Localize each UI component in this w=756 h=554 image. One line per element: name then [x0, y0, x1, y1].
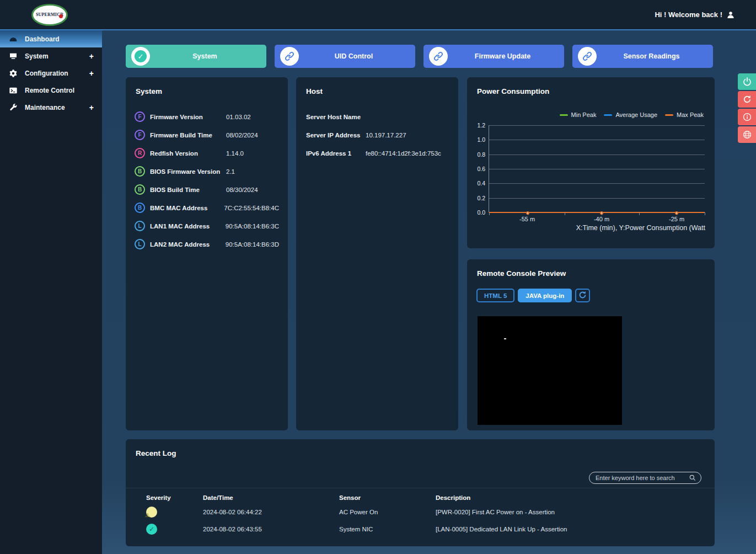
host-info-row: Server IP Address10.197.17.227	[296, 126, 458, 144]
system-info-label: LAN2 MAC Address	[150, 241, 226, 248]
system-info-label: Firmware Version	[150, 114, 226, 120]
sidebar-item-configuration[interactable]: Configuration+	[0, 65, 102, 82]
system-info-row: LLAN2 MAC Address90:5A:08:14:B6:3D	[126, 235, 288, 253]
log-severity-cell: ⚠	[146, 507, 203, 518]
system-info-value: 1.14.0	[226, 150, 244, 157]
chart-data-point	[600, 211, 603, 215]
system-info-label: BIOS Firmware Version	[150, 168, 226, 175]
chart-x-tick-label: -55 m	[519, 216, 535, 222]
system-info-label: Firmware Build Time	[150, 132, 226, 138]
logo-red-dot	[59, 14, 63, 18]
monitor-icon	[8, 51, 18, 61]
ok-icon: ✓	[146, 524, 157, 535]
refresh-button[interactable]	[738, 91, 756, 108]
chart-data-point	[675, 211, 678, 215]
legend-color-swatch	[665, 114, 673, 116]
log-table: SeverityDate/TimeSensorDescription ⚠2024…	[146, 492, 704, 537]
power-consumption-panel: Power Consumption Min PeakAverage UsageM…	[467, 77, 715, 248]
chart-y-tick-label: 0.4	[477, 180, 485, 187]
console-panel-title: Remote Console Preview	[467, 259, 715, 278]
power-chart-plot: 1.21.00.80.60.40.20.0	[489, 125, 705, 212]
top-header: SUPERMICR Hi ! Welcome back !	[0, 0, 756, 30]
log-datetime-cell: 2024-08-02 06:43:55	[203, 526, 339, 532]
link-icon	[578, 47, 597, 66]
check-icon: ✓	[135, 50, 147, 62]
quick-button-uid-control[interactable]: UID Control	[275, 45, 415, 68]
sidebar-item-system[interactable]: System+	[0, 47, 102, 65]
chart-y-tick-label: 0.6	[477, 166, 485, 172]
system-info-value: 08/02/2024	[226, 132, 258, 138]
chart-y-tick-label: 0.8	[477, 151, 485, 158]
log-search-input[interactable]	[589, 475, 689, 481]
info-icon	[742, 112, 752, 122]
refresh-icon	[578, 290, 587, 301]
host-panel-title: Host	[296, 77, 458, 95]
system-info-label: BIOS Build Time	[150, 187, 226, 193]
chart-data-point	[526, 211, 529, 215]
system-info-value: 08/30/2024	[226, 187, 258, 193]
quick-button-firmware-update[interactable]: Firmware Update	[423, 45, 564, 68]
log-sensor-cell: System NIC	[339, 526, 436, 532]
system-info-value: 7C:C2:55:54:B8:4C	[224, 205, 279, 211]
quick-actions-row: ✓SystemUID ControlFirmware UpdateSensor …	[126, 45, 713, 68]
check-circle-icon: ✓	[131, 47, 150, 66]
legend-color-swatch	[560, 114, 568, 116]
host-info-label: IPv6 Address 1	[306, 150, 366, 157]
link-icon	[429, 47, 448, 66]
chart-gridline	[489, 140, 705, 140]
expand-plus-icon[interactable]: +	[89, 69, 94, 78]
quick-button-sensor-readings[interactable]: Sensor Readings	[572, 45, 713, 68]
system-panel: System FFirmware Version01.03.02FFirmwar…	[126, 77, 288, 430]
sidebar-item-maintenance[interactable]: Maintenance+	[0, 99, 102, 116]
html5-button[interactable]: HTML 5	[476, 289, 514, 302]
system-info-value: 90:5A:08:14:B6:3C	[226, 223, 279, 230]
chart-y-tick-label: 0.0	[477, 209, 485, 216]
quick-button-label: Firmware Update	[448, 52, 557, 60]
log-divider	[126, 488, 715, 488]
log-description-cell: [PWR-0020] First AC Power on - Assertion	[436, 509, 704, 515]
expand-plus-icon[interactable]: +	[89, 52, 94, 61]
quick-button-system[interactable]: ✓System	[126, 45, 266, 68]
system-info-label: LAN1 MAC Address	[150, 223, 226, 230]
legend-item-min-peak: Min Peak	[560, 111, 597, 118]
badge-r: R	[135, 148, 145, 158]
legend-label: Max Peak	[677, 111, 704, 118]
power-button[interactable]	[738, 73, 756, 90]
legend-item-max-peak: Max Peak	[665, 111, 704, 118]
supermicro-logo: SUPERMICR	[31, 4, 68, 26]
log-description-cell: [LAN-0005] Dedicated LAN Link Up - Asser…	[436, 526, 704, 532]
power-panel-title: Power Consumption	[467, 77, 715, 95]
quick-button-label: System	[150, 52, 260, 60]
recent-log-panel: Recent Log SeverityDate/TimeSensorDescri…	[126, 439, 715, 546]
info-button[interactable]	[738, 109, 756, 125]
search-icon[interactable]	[689, 474, 696, 482]
system-info-value: 90:5A:08:14:B6:3D	[226, 241, 279, 248]
globe-button[interactable]	[738, 126, 756, 143]
gauge-icon	[8, 34, 18, 44]
log-datetime-cell: 2024-08-02 06:44:22	[203, 509, 339, 515]
system-info-label: BMC MAC Address	[150, 205, 224, 211]
legend-label: Average Usage	[615, 111, 657, 118]
greeting-text: Hi ! Welcome back !	[655, 10, 722, 19]
console-preview-screen[interactable]	[478, 316, 622, 425]
chart-x-tick-label: -40 m	[594, 216, 609, 222]
java-plugin-button[interactable]: JAVA plug-in	[518, 289, 572, 302]
chart-x-tick-mark	[705, 212, 705, 215]
chart-y-tick-label: 0.2	[477, 195, 485, 201]
log-table-row[interactable]: ✓2024-08-02 06:43:55System NIC[LAN-0005]…	[146, 520, 704, 537]
system-info-row: LLAN1 MAC Address90:5A:08:14:B6:3C	[126, 217, 288, 235]
user-icon[interactable]	[726, 10, 735, 19]
max-peak-series-line	[489, 212, 705, 213]
system-info-row: BBIOS Build Time08/30/2024	[126, 180, 288, 199]
sidebar-item-dashboard[interactable]: Dashboard	[0, 30, 102, 47]
chart-gridline	[489, 125, 705, 126]
log-table-row[interactable]: ⚠2024-08-02 06:44:22AC Power On[PWR-0020…	[146, 503, 704, 520]
console-refresh-button[interactable]	[575, 289, 590, 302]
sidebar-item-label: System	[25, 52, 49, 60]
chart-gridline	[489, 169, 705, 169]
system-panel-title: System	[126, 77, 288, 95]
chart-gridline	[489, 155, 705, 155]
expand-plus-icon[interactable]: +	[89, 103, 94, 112]
system-info-value: 2.1	[226, 168, 235, 175]
sidebar-item-remote-control[interactable]: Remote Control	[0, 82, 102, 99]
